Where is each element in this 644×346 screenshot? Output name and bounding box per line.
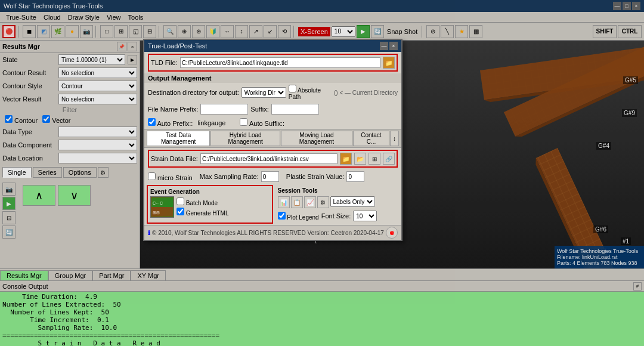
suffix-input[interactable] — [271, 104, 319, 115]
session-icon-3[interactable]: 📈 — [304, 196, 316, 208]
auto-suffix-check[interactable]: Auto Suffix:: — [240, 118, 284, 127]
modal-footer: ℹ © 2010, Wolf Star Technologies ALL RIG… — [144, 225, 401, 240]
event-session-row: Event Generation C←C ⊞⊟ Batch Mode — [144, 184, 401, 225]
font-size-label: Font Size: — [321, 212, 351, 220]
dest-select[interactable]: Working Dir — [242, 87, 286, 98]
session-tools-box: Session Tools 📊 📋 📈 ⚙ Labels Only Plot L… — [275, 185, 400, 224]
modal-tab-test[interactable]: Test Data Management — [147, 131, 210, 146]
event-gen-icon: C←C ⊞⊟ — [150, 196, 174, 218]
labels-only-select[interactable]: Labels Only — [330, 196, 375, 207]
tld-file-box: TLD File: 📁 — [148, 54, 398, 72]
tld-file-input[interactable] — [180, 57, 380, 68]
svg-text:C←C: C←C — [153, 201, 163, 205]
modal-overlay: True-Load/Post-Test — × TLD File: 📁 Outp… — [0, 0, 644, 346]
output-mgmt-header: Output Management — [144, 73, 401, 83]
modal-minimize[interactable]: — — [380, 42, 388, 50]
event-gen-title: Event Generation — [150, 189, 228, 195]
modal-title-text: True-Load/Post-Test — [148, 42, 207, 50]
dest-label: Destination directory for output: — [148, 89, 239, 96]
session-icon-2[interactable]: 📋 — [291, 196, 303, 208]
max-rate-label: Max Sampling Rate: — [200, 173, 259, 180]
plot-legend-check[interactable]: Plot Legend — [278, 212, 319, 221]
generate-html-check[interactable]: Generate HTML — [177, 208, 228, 217]
footer-close-btn[interactable]: ⊗ — [386, 227, 398, 239]
tld-file-label: TLD File: — [151, 59, 178, 66]
strain-link-btn[interactable]: 🔗 — [383, 153, 395, 165]
footer-info-icon: ℹ — [148, 230, 150, 236]
auto-prefix-value: linkgauge — [197, 119, 225, 126]
modal-tabs: Test Data Management Hybrid Load Managem… — [144, 129, 401, 148]
plastic-label: Plastic Strain Value: — [286, 173, 345, 180]
session-icon-4[interactable]: ⚙ — [317, 196, 329, 208]
tld-browse-btn[interactable]: 📁 — [383, 57, 395, 69]
strain-label: Strain Data File: — [151, 155, 198, 162]
modal-tab-hybrid[interactable]: Hybrid Load Management — [210, 131, 280, 146]
modal-dialog: True-Load/Post-Test — × TLD File: 📁 Outp… — [143, 39, 402, 241]
suffix-label: Suffix: — [250, 106, 268, 113]
modal-tab-contact[interactable]: Contact C... — [353, 131, 389, 146]
modal-title-bar: True-Load/Post-Test — × — [144, 40, 401, 52]
dest-dir-row: Destination directory for output: Workin… — [144, 83, 401, 102]
strain-data-box: Strain Data File: 📁 📂 ⊞ 🔗 — [148, 150, 398, 168]
prefix-label: File Name Prefix: — [148, 106, 198, 113]
micro-strain-check[interactable]: micro Strain — [148, 172, 193, 181]
abs-path-check[interactable]: Absolute Path — [289, 85, 332, 100]
session-tools-icons: 📊 📋 📈 ⚙ Labels Only — [278, 196, 397, 208]
modal-tab-moving[interactable]: Moving Load Management — [281, 131, 352, 146]
plot-legend-row: Plot Legend Font Size: 10 — [278, 211, 397, 221]
session-icon-1[interactable]: 📊 — [278, 196, 290, 208]
prefix-row: File Name Prefix: Suffix: — [144, 102, 401, 116]
modal-close[interactable]: × — [389, 42, 398, 50]
strain-browse-2[interactable]: 📂 — [354, 153, 366, 165]
modal-tab-more[interactable]: ↕ — [390, 131, 399, 146]
auto-prefix-check[interactable]: Auto Prefix:: — [148, 118, 193, 127]
cur-dir-label: () < — Current Directory — [334, 89, 398, 96]
modal-footer-text: © 2010, Wolf Star Technologies ALL RIGHT… — [152, 230, 384, 236]
session-tools-title: Session Tools — [278, 187, 397, 194]
event-gen-box: Event Generation C←C ⊞⊟ Batch Mode — [147, 185, 273, 224]
batch-mode-check[interactable]: Batch Mode — [177, 197, 228, 206]
svg-text:⊞⊟: ⊞⊟ — [153, 211, 160, 215]
strain-browse-1[interactable]: 📁 — [340, 153, 352, 165]
font-size-select[interactable]: 10 — [353, 211, 377, 221]
strain-options-row: micro Strain Max Sampling Rate: Plastic … — [144, 169, 401, 184]
strain-grid-btn[interactable]: ⊞ — [369, 153, 380, 165]
strain-file-input[interactable] — [200, 153, 338, 164]
auto-prefix-row: Auto Prefix:: linkgauge Auto Suffix:: — [144, 116, 401, 129]
prefix-input[interactable] — [200, 104, 248, 115]
max-rate-input[interactable] — [261, 171, 279, 182]
plastic-input[interactable] — [346, 171, 364, 182]
modal-controls[interactable]: — × — [380, 42, 398, 50]
